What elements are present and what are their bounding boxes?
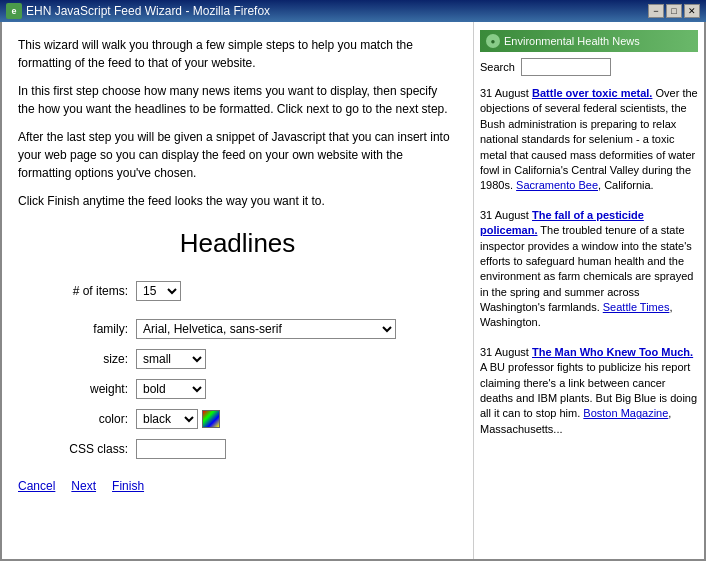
cancel-button[interactable]: Cancel xyxy=(18,479,55,493)
left-panel: This wizard will walk you through a few … xyxy=(2,22,474,559)
news-source-1[interactable]: Sacramento Bee xyxy=(516,179,598,191)
news-item-1: 31 August Battle over toxic metal. Over … xyxy=(480,86,698,194)
window-titlebar: e EHN JavaScript Feed Wizard - Mozilla F… xyxy=(0,0,706,22)
footer-buttons: Cancel Next Finish xyxy=(18,479,457,493)
css-class-input[interactable] xyxy=(136,439,226,459)
news-date-1: 31 August xyxy=(480,87,532,99)
color-swatch[interactable] xyxy=(202,410,220,428)
css-class-row: CSS class: xyxy=(48,439,457,459)
news-date-2: 31 August xyxy=(480,209,532,221)
size-label: size: xyxy=(48,352,128,366)
intro-text-4: Click Finish anytime the feed looks the … xyxy=(18,192,457,210)
color-select[interactable]: black red blue green gray xyxy=(136,409,198,429)
color-label: color: xyxy=(48,412,128,426)
titlebar-buttons[interactable]: − □ ✕ xyxy=(648,4,700,18)
css-class-label: CSS class: xyxy=(48,442,128,456)
maximize-button[interactable]: □ xyxy=(666,4,682,18)
news-location-1: , California. xyxy=(598,179,654,191)
preview-header-text: Environmental Health News xyxy=(504,35,640,47)
weight-select[interactable]: bold normal bolder lighter xyxy=(136,379,206,399)
window-body: This wizard will walk you through a few … xyxy=(0,22,706,561)
news-item-2: 31 August The fall of a pesticide police… xyxy=(480,208,698,331)
news-source-2[interactable]: Seattle Times xyxy=(603,301,670,313)
minimize-button[interactable]: − xyxy=(648,4,664,18)
form-section: # of items: 15 5 10 20 25 30 family: Ari… xyxy=(48,281,457,459)
preview-search-input[interactable] xyxy=(521,58,611,76)
news-link-1[interactable]: Battle over toxic metal. xyxy=(532,87,652,99)
news-date-3: 31 August xyxy=(480,346,532,358)
titlebar-left: e EHN JavaScript Feed Wizard - Mozilla F… xyxy=(6,3,270,19)
intro-text-3: After the last step you will be given a … xyxy=(18,128,457,182)
news-text-2: The troubled tenure of a state inspector… xyxy=(480,224,693,313)
news-item-3: 31 August The Man Who Knew Too Much. A B… xyxy=(480,345,698,437)
family-row: family: Arial, Helvetica, sans-serif Tim… xyxy=(48,319,457,339)
close-button[interactable]: ✕ xyxy=(684,4,700,18)
search-label: Search xyxy=(480,61,515,73)
ehn-logo: ● xyxy=(486,34,500,48)
window-title: EHN JavaScript Feed Wizard - Mozilla Fir… xyxy=(26,4,270,18)
items-row: # of items: 15 5 10 20 25 30 xyxy=(48,281,457,301)
family-select[interactable]: Arial, Helvetica, sans-serif Times New R… xyxy=(136,319,396,339)
news-text-1: Over the objections of several federal s… xyxy=(480,87,698,191)
weight-label: weight: xyxy=(48,382,128,396)
preview-search: Search xyxy=(480,58,698,76)
size-row: size: small x-small medium large x-large xyxy=(48,349,457,369)
color-row: color: black red blue green gray xyxy=(48,409,457,429)
size-select[interactable]: small x-small medium large x-large xyxy=(136,349,206,369)
intro-text-2: In this first step choose how many news … xyxy=(18,82,457,118)
items-select[interactable]: 15 5 10 20 25 30 xyxy=(136,281,181,301)
news-source-3[interactable]: Boston Magazine xyxy=(583,407,668,419)
weight-row: weight: bold normal bolder lighter xyxy=(48,379,457,399)
headline-title: Headlines xyxy=(18,228,457,259)
items-label: # of items: xyxy=(48,284,128,298)
family-label: family: xyxy=(48,322,128,336)
news-link-3[interactable]: The Man Who Knew Too Much. xyxy=(532,346,693,358)
finish-button[interactable]: Finish xyxy=(112,479,144,493)
right-panel: ● Environmental Health News Search 31 Au… xyxy=(474,22,704,559)
preview-header: ● Environmental Health News xyxy=(480,30,698,52)
next-button[interactable]: Next xyxy=(71,479,96,493)
intro-text-1: This wizard will walk you through a few … xyxy=(18,36,457,72)
browser-icon: e xyxy=(6,3,22,19)
